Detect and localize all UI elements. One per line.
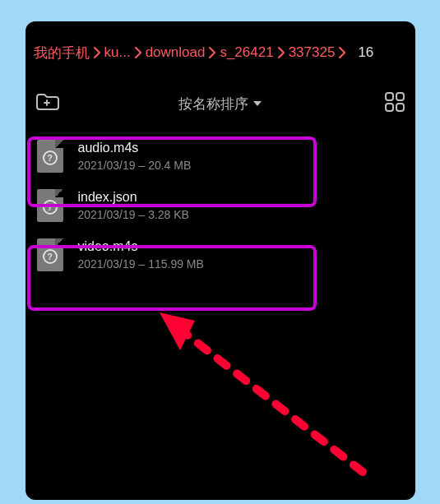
file-row-video[interactable]: ? video.m4s 2021/03/19 – 115.99 MB [25, 230, 415, 280]
svg-rect-0 [386, 93, 393, 100]
file-icon: ? [37, 238, 63, 271]
file-list: ? audio.m4s 2021/03/19 – 20.4 MB ? index… [25, 132, 415, 280]
svg-rect-2 [386, 104, 393, 111]
file-icon: ? [37, 140, 63, 173]
file-name: index.json [78, 190, 189, 205]
grid-view-icon[interactable] [384, 91, 405, 116]
file-manager-screen: 我的手机 ku... download s_26421 337325 16 [25, 21, 415, 500]
sort-label: 按名称排序 [178, 95, 248, 113]
breadcrumb-item-3[interactable]: s_26421 [220, 44, 273, 61]
toolbar: 按名称排序 [25, 72, 415, 132]
unknown-file-icon: ? [43, 150, 58, 165]
new-folder-icon[interactable] [35, 92, 60, 115]
file-info: video.m4s 2021/03/19 – 115.99 MB [78, 239, 204, 270]
file-meta: 2021/03/19 – 3.28 KB [78, 208, 189, 221]
file-row-index[interactable]: ? index.json 2021/03/19 – 3.28 KB [25, 181, 415, 230]
file-row-audio[interactable]: ? audio.m4s 2021/03/19 – 20.4 MB [25, 132, 415, 181]
sort-button[interactable]: 按名称排序 [178, 95, 262, 113]
breadcrumb-item-4[interactable]: 337325 [289, 44, 336, 61]
unknown-file-icon: ? [43, 249, 58, 264]
file-name: video.m4s [78, 239, 204, 254]
file-info: audio.m4s 2021/03/19 – 20.4 MB [78, 141, 192, 172]
file-meta: 2021/03/19 – 115.99 MB [78, 257, 204, 270]
breadcrumb-item-root[interactable]: 我的手机 [34, 44, 90, 62]
chevron-right-icon [277, 47, 285, 58]
breadcrumb-current: 16 [358, 44, 373, 61]
svg-rect-3 [396, 104, 404, 111]
chevron-right-icon [93, 47, 101, 58]
chevron-right-icon [134, 47, 142, 58]
caret-down-icon [253, 101, 262, 106]
breadcrumb: 我的手机 ku... download s_26421 337325 16 [25, 21, 415, 72]
file-name: audio.m4s [78, 141, 192, 155]
unknown-file-icon: ? [43, 200, 58, 215]
chevron-right-icon [208, 47, 216, 58]
breadcrumb-item-2[interactable]: download [146, 44, 206, 61]
file-icon: ? [37, 189, 63, 222]
file-meta: 2021/03/19 – 20.4 MB [78, 159, 192, 172]
breadcrumb-item-1[interactable]: ku... [104, 44, 131, 61]
svg-rect-1 [396, 93, 404, 100]
file-info: index.json 2021/03/19 – 3.28 KB [78, 190, 189, 221]
svg-marker-5 [160, 312, 195, 350]
svg-line-4 [186, 334, 363, 472]
chevron-right-icon [338, 47, 346, 58]
